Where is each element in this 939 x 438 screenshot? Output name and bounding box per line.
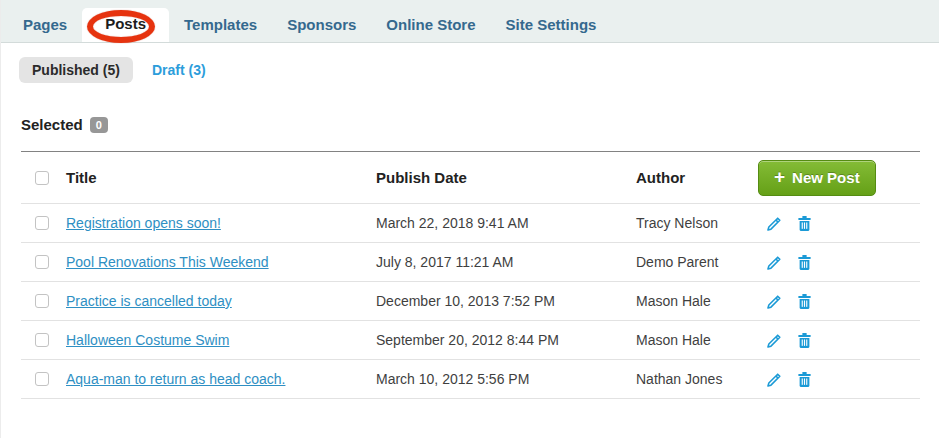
delete-trash-icon[interactable] xyxy=(797,254,812,271)
new-post-button-label: New Post xyxy=(792,169,860,186)
author-cell: Nathan Jones xyxy=(636,371,756,387)
column-header-title: Title xyxy=(66,169,376,186)
selection-summary: Selected 0 xyxy=(21,116,939,133)
filter-draft[interactable]: Draft (3) xyxy=(152,62,206,78)
plus-icon: + xyxy=(774,167,785,186)
delete-trash-icon[interactable] xyxy=(797,215,812,232)
new-post-button[interactable]: + New Post xyxy=(758,160,876,196)
publish-date-cell: March 10, 2012 5:56 PM xyxy=(376,371,636,387)
publish-date-cell: December 10, 2013 7:52 PM xyxy=(376,293,636,309)
edit-pencil-icon[interactable] xyxy=(766,332,783,349)
row-checkbox[interactable] xyxy=(35,216,49,230)
post-title-link[interactable]: Practice is cancelled today xyxy=(66,293,232,309)
status-filters: Published (5) Draft (3) xyxy=(19,57,939,83)
publish-date-cell: March 22, 2018 9:41 AM xyxy=(376,215,636,231)
author-cell: Mason Hale xyxy=(636,293,756,309)
table-row: Practice is cancelled today December 10,… xyxy=(21,282,920,321)
table-row: Aqua-man to return as head coach. March … xyxy=(21,360,920,399)
posts-admin-page: Pages Posts Templates Sponsors Online St… xyxy=(0,0,939,438)
selected-label: Selected xyxy=(21,116,83,133)
edit-pencil-icon[interactable] xyxy=(766,293,783,310)
select-all-checkbox[interactable] xyxy=(35,171,49,185)
table-row: Halloween Costume Swim September 20, 201… xyxy=(21,321,920,360)
publish-date-cell: July 8, 2017 11:21 AM xyxy=(376,254,636,270)
publish-date-cell: September 20, 2012 8:44 PM xyxy=(376,332,636,348)
delete-trash-icon[interactable] xyxy=(797,371,812,388)
table-header-row: Title Publish Date Author + New Post xyxy=(21,152,920,204)
tab-templates[interactable]: Templates xyxy=(169,9,272,42)
delete-trash-icon[interactable] xyxy=(797,293,812,310)
author-cell: Tracy Nelson xyxy=(636,215,756,231)
author-cell: Mason Hale xyxy=(636,332,756,348)
column-header-author: Author xyxy=(636,169,756,186)
filter-published[interactable]: Published (5) xyxy=(19,57,133,83)
row-checkbox[interactable] xyxy=(35,333,49,347)
edit-pencil-icon[interactable] xyxy=(766,254,783,271)
author-cell: Demo Parent xyxy=(636,254,756,270)
selected-count-badge: 0 xyxy=(90,117,108,133)
posts-table: Title Publish Date Author + New Post Reg… xyxy=(21,151,920,399)
table-row: Pool Renovations This Weekend July 8, 20… xyxy=(21,243,920,282)
post-title-link[interactable]: Pool Renovations This Weekend xyxy=(66,254,269,270)
tab-site-settings[interactable]: Site Settings xyxy=(491,9,612,42)
main-tab-bar: Pages Posts Templates Sponsors Online St… xyxy=(1,0,939,43)
edit-pencil-icon[interactable] xyxy=(766,215,783,232)
row-checkbox[interactable] xyxy=(35,372,49,386)
delete-trash-icon[interactable] xyxy=(797,332,812,349)
tab-sponsors[interactable]: Sponsors xyxy=(272,9,371,42)
row-checkbox[interactable] xyxy=(35,255,49,269)
column-header-publish-date: Publish Date xyxy=(376,169,636,186)
post-title-link[interactable]: Halloween Costume Swim xyxy=(66,332,229,348)
tab-pages[interactable]: Pages xyxy=(8,9,82,42)
tab-posts[interactable]: Posts xyxy=(82,8,169,42)
edit-pencil-icon[interactable] xyxy=(766,371,783,388)
post-title-link[interactable]: Aqua-man to return as head coach. xyxy=(66,371,285,387)
tab-online-store[interactable]: Online Store xyxy=(371,9,490,42)
post-title-link[interactable]: Registration opens soon! xyxy=(66,215,221,231)
row-checkbox[interactable] xyxy=(35,294,49,308)
table-row: Registration opens soon! March 22, 2018 … xyxy=(21,204,920,243)
